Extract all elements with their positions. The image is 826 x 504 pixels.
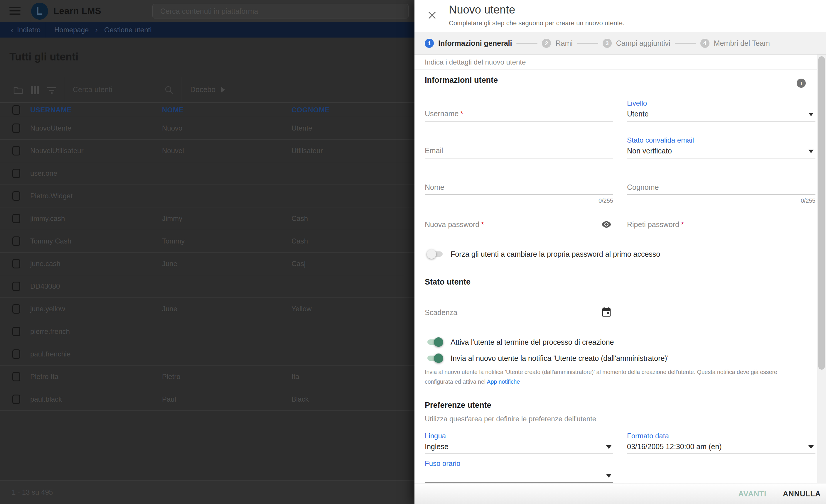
global-search-placeholder: Cerca contenuti in piattaforma xyxy=(160,7,258,15)
cell-cognome: Utilisateur xyxy=(291,147,323,155)
cell-username: june.yellow xyxy=(30,305,65,313)
cognome-label: Cognome xyxy=(627,183,659,192)
hamburger-menu-icon[interactable] xyxy=(9,7,20,15)
required-asterisk: * xyxy=(481,220,484,229)
section-user-status: Stato utente xyxy=(425,277,471,287)
cell-nome: Jimmy xyxy=(162,214,182,223)
breadcrumb-home[interactable]: Homepage xyxy=(54,26,88,34)
row-checkbox[interactable] xyxy=(12,214,20,223)
cell-nome: Tommy xyxy=(162,237,185,245)
scadenza-field[interactable]: Scadenza xyxy=(425,298,613,320)
caret-down-icon[interactable] xyxy=(606,474,611,478)
row-checkbox[interactable] xyxy=(12,259,20,268)
email-validation-select[interactable]: Stato convalida email Non verificato xyxy=(627,136,815,159)
step-1-circle[interactable]: 1 xyxy=(425,39,434,48)
caret-down-icon[interactable] xyxy=(808,113,814,116)
row-checkbox[interactable] xyxy=(12,304,20,314)
cell-username: june.cash xyxy=(30,260,60,268)
eye-icon[interactable] xyxy=(601,219,612,230)
column-header-username[interactable]: USERNAME xyxy=(30,106,72,114)
app-notifiche-link[interactable]: App notifiche xyxy=(487,378,520,385)
column-header-cognome[interactable]: COGNOME xyxy=(291,106,330,114)
required-asterisk: * xyxy=(460,110,463,118)
caret-down-icon[interactable] xyxy=(606,445,611,449)
cell-cognome: Cash xyxy=(291,237,308,245)
cell-nome: Nuovo xyxy=(162,124,182,132)
drawer-scrollbar[interactable] xyxy=(817,55,826,483)
toolbar-divider xyxy=(64,77,64,103)
cell-username: Tommy Cash xyxy=(30,237,71,245)
toolbar-divider xyxy=(181,77,181,103)
back-button[interactable]: ‹Indietro xyxy=(0,25,46,34)
logo-circle-icon: L xyxy=(31,3,48,20)
step-2-circle[interactable]: 2 xyxy=(542,39,551,48)
email-label: Email xyxy=(425,146,443,155)
row-checkbox[interactable] xyxy=(12,350,20,359)
new-password-field[interactable]: Nuova password* xyxy=(425,210,613,232)
cell-cognome: Utente xyxy=(291,124,312,132)
caret-right-icon xyxy=(221,87,225,92)
row-checkbox[interactable] xyxy=(12,169,20,178)
scadenza-label: Scadenza xyxy=(425,308,457,317)
username-field[interactable]: Username* xyxy=(425,99,613,121)
folder-icon[interactable] xyxy=(13,85,23,96)
columns-icon[interactable] xyxy=(30,85,40,96)
filter-icon[interactable] xyxy=(46,85,57,96)
branch-selector[interactable]: Docebo xyxy=(190,85,225,94)
row-checkbox[interactable] xyxy=(12,124,20,133)
caret-down-icon[interactable] xyxy=(808,445,814,449)
helper-line2: configurata ed attiva nel xyxy=(425,378,487,385)
row-checkbox[interactable] xyxy=(12,327,20,336)
force-password-toggle[interactable] xyxy=(427,247,444,261)
username-label: Username xyxy=(425,110,459,118)
step-1-label[interactable]: Informazioni generali xyxy=(438,39,512,48)
caret-down-icon[interactable] xyxy=(808,149,814,153)
column-header-nome[interactable]: NOME xyxy=(162,106,184,114)
row-checkbox[interactable] xyxy=(12,394,20,404)
cell-username: NuovoUtente xyxy=(30,124,71,132)
row-checkbox[interactable] xyxy=(12,237,20,246)
cognome-field[interactable]: Cognome 0/255 xyxy=(627,173,815,195)
email-validation-value: Non verificato xyxy=(627,147,672,155)
cell-username: Pietro.Widget xyxy=(30,192,72,200)
nome-field[interactable]: Nome 0/255 xyxy=(425,173,613,195)
step-2-label[interactable]: Rami xyxy=(555,39,572,48)
app-logo[interactable]: L Learn LMS xyxy=(31,3,101,20)
global-search-input[interactable]: Cerca contenuti in piattaforma xyxy=(152,4,409,18)
row-checkbox[interactable] xyxy=(12,191,20,201)
header-divider xyxy=(110,0,110,22)
scrollbar-thumb[interactable] xyxy=(818,56,825,370)
search-icon[interactable] xyxy=(164,85,174,96)
next-button[interactable]: AVANTI xyxy=(738,489,766,498)
send-notification-toggle[interactable] xyxy=(427,351,444,365)
row-checkbox[interactable] xyxy=(12,146,20,155)
cancel-button[interactable]: ANNULLA xyxy=(783,489,821,498)
email-field[interactable]: Email xyxy=(425,136,613,159)
row-checkbox[interactable] xyxy=(12,372,20,381)
repeat-password-field[interactable]: Ripeti password* xyxy=(627,210,815,232)
cell-username: Pietro Ita xyxy=(30,373,58,381)
fuso-orario-label: Fuso orario xyxy=(425,459,460,467)
users-search-input[interactable]: Cerca utenti xyxy=(73,85,112,94)
cognome-counter: 0/255 xyxy=(801,197,815,204)
drawer-subtitle: Completare gli step che seguono per crea… xyxy=(449,19,624,27)
step-4-label[interactable]: Membri del Team xyxy=(714,39,770,48)
info-icon[interactable]: i xyxy=(796,79,806,88)
lingua-select[interactable]: Lingua Inglese xyxy=(425,432,613,454)
livello-select[interactable]: Livello Utente xyxy=(627,99,815,121)
preferences-subtitle: Utilizza quest'area per definire le pref… xyxy=(425,415,596,423)
cell-cognome: Black xyxy=(291,395,309,403)
cell-nome: Paul xyxy=(162,395,176,403)
activate-user-toggle[interactable] xyxy=(427,335,444,349)
select-all-checkbox[interactable] xyxy=(12,105,20,115)
close-icon[interactable] xyxy=(427,11,437,20)
calendar-icon[interactable] xyxy=(601,307,612,318)
step-connector xyxy=(577,43,598,44)
row-checkbox[interactable] xyxy=(12,281,20,291)
step-4-circle[interactable]: 4 xyxy=(700,39,709,48)
step-3-circle[interactable]: 3 xyxy=(603,39,612,48)
step-3-label[interactable]: Campi aggiuntivi xyxy=(616,39,670,48)
formato-data-select[interactable]: Formato data 03/16/2005 12:30:00 am (en) xyxy=(627,432,815,454)
fuso-orario-select[interactable]: Fuso orario xyxy=(425,459,613,483)
cell-nome: Pietro xyxy=(162,373,181,381)
